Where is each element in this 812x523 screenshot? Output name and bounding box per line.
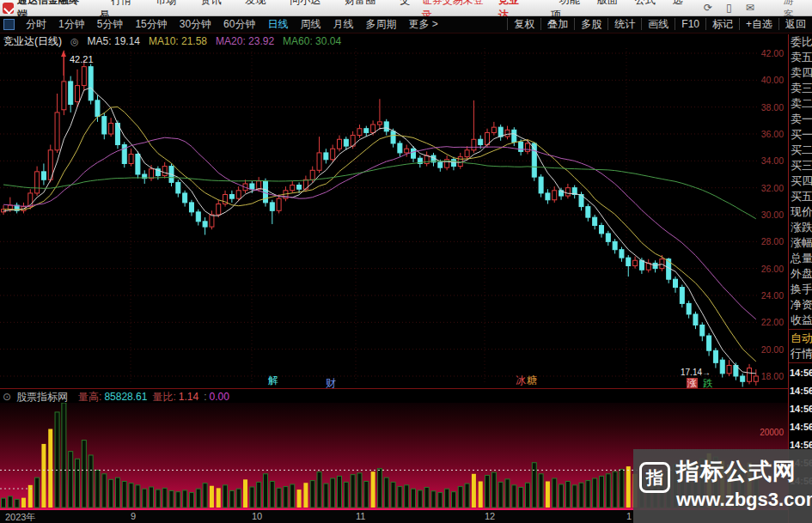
app-logo-icon [3, 3, 14, 14]
indicator-field-value-1: 1.14 [179, 391, 198, 403]
chart-header: 竞业达(日线) ◎ MA5: 19.14MA10: 21.58MA20: 23.… [3, 35, 350, 47]
svg-text:20000: 20000 [760, 428, 784, 437]
toolbar-button-多股[interactable]: 多股 [574, 18, 607, 30]
mark-zhang: 涨 [687, 378, 698, 388]
tdx-terminal-window: 通达信金融终端 行情市场资讯发现问小达财富圈交易 证券交易未登录 竞业达 功能版… [0, 0, 812, 523]
toolbar-button-复权[interactable]: 复权 [507, 18, 540, 30]
refresh-icon[interactable]: ⟳ [697, 2, 719, 14]
watermark-url: www.zbgs3.com [676, 489, 812, 511]
sidebar-row-行情[interactable]: 行情 [789, 346, 812, 362]
mark-cai: 财 [326, 378, 336, 389]
menu-item-问小达[interactable]: 问小达 [278, 0, 333, 6]
x-axis-label-11: 11 [356, 511, 365, 521]
svg-text:20.00: 20.00 [761, 344, 784, 355]
svg-text:18.00: 18.00 [761, 371, 784, 381]
svg-text:26.00: 26.00 [761, 264, 784, 274]
svg-text:24.00: 24.00 [761, 290, 784, 301]
period-items: 分时1分钟5分钟15分钟30分钟60分钟日线周线月线多周期更多 > [20, 17, 444, 32]
x-axis-label-10: 10 [252, 511, 262, 521]
toolbar-button-统计[interactable]: 统计 [607, 18, 641, 30]
ma-label-0: MA5: 19.14 [88, 35, 140, 47]
sidebar-row-自动[interactable]: 自动 [789, 331, 812, 346]
period-toolbar: 分时1分钟5分钟15分钟30分钟60分钟日线周线月线多周期更多 > 复权叠加多股… [0, 16, 812, 33]
toolbar-button-标记[interactable]: 标记 [705, 18, 739, 30]
period-月线[interactable]: 月线 [327, 18, 359, 30]
toolbar-button-+自选[interactable]: +自选 [739, 18, 778, 30]
sidebar-row-卖五[interactable]: 卖五 [789, 50, 812, 65]
sidebar-row-买三[interactable]: 买三 [789, 158, 812, 173]
sidebar-row-委比[interactable]: 委比 [789, 34, 812, 50]
indicator-field-label-0: 量高: [78, 391, 101, 403]
sidebar-row-卖三[interactable]: 卖三 [789, 81, 812, 96]
sidebar-row-买一[interactable]: 买一 [789, 127, 812, 143]
svg-text:22.00: 22.00 [761, 317, 784, 327]
chart-type-icon[interactable] [3, 19, 15, 30]
menu-item-版面[interactable]: 版面 [589, 0, 626, 6]
sidebar-row-换手[interactable]: 换手 [789, 282, 812, 297]
period-1分钟[interactable]: 1分钟 [52, 18, 91, 30]
sidebar-row-卖四[interactable]: 卖四 [789, 65, 812, 81]
sidebar-row-买四[interactable]: 买四 [789, 173, 812, 189]
svg-text:28.00: 28.00 [761, 236, 784, 246]
period-分时[interactable]: 分时 [20, 18, 52, 30]
menu-item-行情[interactable]: 行情 [99, 0, 143, 6]
sidebar-row-涨跌[interactable]: 涨跌 [789, 220, 812, 235]
sidebar-row-买二[interactable]: 买二 [789, 143, 812, 158]
menu-item-发现[interactable]: 发现 [233, 0, 278, 6]
indicator-fields: 量高:85828.61量比:1.14:0.00 [73, 390, 229, 404]
candlestick-chart[interactable]: 42.0040.0038.0036.0034.0032.0030.0028.00… [0, 34, 788, 389]
sidebar-row-卖二[interactable]: 卖二 [789, 96, 812, 112]
menu-item-公式[interactable]: 公式 [626, 0, 664, 6]
indicator-name[interactable]: 股票指标网 [16, 390, 68, 404]
sidebar-row-总量[interactable]: 总量 [789, 251, 812, 266]
x-axis-label-2023年: 2023年 [5, 511, 35, 523]
toolbar-button-叠加[interactable]: 叠加 [540, 18, 574, 30]
toolbar-button-返回[interactable]: 返回 [778, 18, 812, 30]
eye-icon[interactable]: ◎ [70, 36, 79, 47]
sidebar-row-涨幅[interactable]: 涨幅 [789, 235, 812, 251]
indicator-field-label-2: : [204, 391, 206, 403]
svg-text:32.00: 32.00 [761, 183, 784, 193]
indicator-field-label-1: 量比: [152, 391, 175, 403]
svg-text:42.00: 42.00 [761, 48, 784, 58]
period-15分钟[interactable]: 15分钟 [129, 18, 173, 30]
sidebar-time-2: 14:56 [789, 400, 812, 418]
sidebar-row-现价[interactable]: 现价 [789, 204, 812, 220]
indicator-field-value-2: 0.00 [210, 391, 229, 403]
sidebar-time-1: 14:56 [789, 382, 812, 400]
x-axis-label-12: 12 [485, 511, 495, 521]
toolbar-button-画线[interactable]: 画线 [641, 18, 675, 30]
menu-item-资讯[interactable]: 资讯 [188, 0, 233, 6]
ma-label-1: MA10: 21.58 [149, 35, 207, 47]
menubar: 通达信金融终端 行情市场资讯发现问小达财富圈交易 证券交易未登录 竞业达 功能版… [0, 0, 812, 16]
sidebar-row-净资[interactable]: 净资 [789, 297, 812, 313]
period-5分钟[interactable]: 5分钟 [91, 18, 130, 30]
mark-tang: 糖 [527, 375, 537, 386]
mark-bing: 冰 [516, 375, 526, 386]
menu-item-财富圈[interactable]: 财富圈 [333, 0, 388, 6]
svg-text:42.21: 42.21 [70, 54, 94, 64]
period-多周期[interactable]: 多周期 [359, 18, 402, 30]
period-周线[interactable]: 周线 [294, 18, 327, 30]
x-axis-label-1: 1 [626, 511, 632, 521]
svg-text:36.00: 36.00 [761, 129, 784, 139]
period-60分钟[interactable]: 60分钟 [217, 18, 261, 30]
sidebar-row-收益[interactable]: 收益 [789, 313, 812, 328]
sidebar-row-卖一[interactable]: 卖一 [789, 112, 812, 127]
collapse-icon[interactable]: ⊙ [3, 391, 11, 403]
sidebar-row-买五[interactable]: 买五 [789, 189, 812, 204]
mobile-icon[interactable]: ▯ [719, 2, 739, 14]
menu-item-市场[interactable]: 市场 [143, 0, 188, 6]
period-日线[interactable]: 日线 [261, 18, 294, 30]
watermark-logo-icon: 指 [639, 462, 670, 493]
period-30分钟[interactable]: 30分钟 [174, 18, 217, 30]
toolbar-button-F10[interactable]: F10 [675, 18, 705, 30]
menu-item-功能[interactable]: 功能 [551, 0, 589, 6]
sidebar-row-外盘[interactable]: 外盘 [789, 266, 812, 282]
sidebar-time-3: 14:56 [789, 418, 812, 436]
period-更多 >[interactable]: 更多 > [402, 18, 443, 30]
watermark-title: 指标公式网 [676, 456, 797, 487]
indicator-field-value-0: 85828.61 [104, 391, 147, 403]
mark-jie: 解 [268, 375, 278, 386]
mail-icon[interactable]: ✉ [739, 2, 761, 14]
